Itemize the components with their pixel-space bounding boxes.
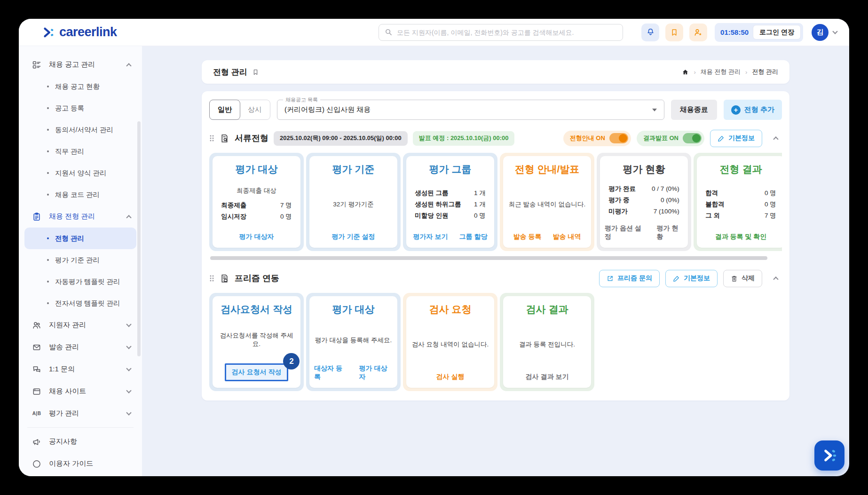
sidebar-item-user-guide[interactable]: 이용자 가이드 [19,453,142,475]
sidebar-item-consent-management[interactable]: 동의서/서약서 관리 [19,119,142,141]
stage2-delete-button[interactable]: 삭제 [723,270,762,287]
add-stage-button[interactable]: + 전형 추가 [724,100,782,120]
profile-chevron-down-icon[interactable] [832,29,837,34]
account-button[interactable] [689,24,707,41]
bookmarks-button[interactable] [665,24,683,41]
card-stage-result: 전형 결과 합격0 명 불합격0 명 그 외7 명 결과 등록 및 확인 [694,153,782,251]
ab-test-icon: A|B [32,411,42,416]
sidebar-scrollbar[interactable] [137,121,141,356]
sidebar-item-process-management[interactable]: 전형 관리 [24,228,136,249]
home-icon[interactable] [682,69,689,76]
sidebar-group-recruit-site[interactable]: 채용 사이트 [19,380,142,402]
sidebar-item-eval-criteria[interactable]: 평가 기준 관리 [19,249,142,271]
page-bookmark-icon[interactable] [252,69,259,76]
breadcrumb-item-current: 전형 관리 [752,68,778,76]
sidebar-item-auto-eval-template[interactable]: 자동평가 템플릿 관리 [19,271,142,292]
toggle-general[interactable]: 일반 [209,100,240,120]
sidebar-group-inquiry[interactable]: 1:1 문의 [19,358,142,380]
sidebar-item-label: 채용 공고 현황 [55,82,100,91]
stage1-header: 서류전형 2025.10.02(목) 09:00 - 2025.10.05(일)… [209,127,782,149]
sidebar-item-esign-template[interactable]: 전자서명 템플릿 관리 [19,292,142,314]
pencil-icon [718,135,725,142]
card-eval-group: 평가 그룹 생성된 그룹1 개 생성된 하위그룹1 개 미할당 인원0 명 평가… [403,153,497,251]
avatar[interactable]: 김 [812,24,829,41]
posting-select[interactable]: 채용공고 목록 (커리어링크) 신입사원 채용 [277,100,664,120]
stat-row: 미할당 인원0 명 [415,210,485,221]
send-history-link[interactable]: 발송 내역 [553,233,581,241]
sidebar-group-job-postings[interactable]: 채용 공고 관리 [19,54,142,76]
send-register-link[interactable]: 발송 등록 [513,233,542,241]
search-input[interactable] [397,29,617,36]
drag-handle-icon[interactable] [209,275,214,282]
sidebar-item-posting-register[interactable]: 공고 등록 [19,97,142,119]
app-window: careerlink [19,19,849,476]
horizontal-scrollbar[interactable] [210,256,767,260]
stage1-announce-chip: 발표 예정 : 2025.10.10(금) 00:00 [413,131,515,146]
test-result-view-link[interactable]: 검사 결과 보기 [526,373,569,381]
careerlink-floating-button[interactable] [814,440,844,471]
careerlink-logo-icon [41,25,55,39]
card-eval-criteria: 평가 기준 32기 평가기준 평가 기준 설정 [306,153,401,251]
stage2-collapse-button[interactable] [770,275,782,281]
eval-option-link[interactable]: 평가 옵션 설정 [605,224,646,241]
search-icon [385,28,393,36]
global-search[interactable] [379,24,623,41]
eval-target-link[interactable]: 평가 대상자 [359,364,393,381]
sidebar-group-label: 채용 전형 관리 [49,212,95,221]
sidebar-item-label: 이용자 가이드 [49,459,93,468]
chevron-down-icon [126,388,131,393]
careerlink-logo[interactable]: careerlink [41,25,117,39]
login-extend-button[interactable]: 로그인 연장 [753,25,801,39]
stage1-collapse-button[interactable] [770,135,782,141]
annotation-step-badge: 2 [283,353,300,369]
toggle-always[interactable]: 상시 [240,100,270,119]
sidebar-group-evaluation[interactable]: A|B 평가 관리 [19,402,142,424]
target-register-link[interactable]: 대상자 등록 [314,364,348,381]
stat-row: 그 외7 명 [705,210,776,221]
careerlink-mark-icon [821,447,838,464]
bullet-icon [47,259,49,261]
eval-criteria-link[interactable]: 평가 기준 설정 [332,233,375,241]
notifications-button[interactable] [641,24,659,41]
card-title: 평가 대상 [332,303,375,316]
eval-target-link[interactable]: 평가 대상자 [239,233,274,241]
posting-select-value: (커리어링크) 신입사원 채용 [284,105,371,114]
add-stage-label: 전형 추가 [744,105,774,114]
result-toggle-switch[interactable] [683,133,702,143]
person-star-icon [694,28,703,37]
chevron-down-icon [126,344,131,349]
sidebar-item-label: 직무 관리 [55,147,84,156]
chevron-down-icon [126,410,131,415]
test-run-link[interactable]: 검사 실행 [436,373,465,381]
eval-status-link[interactable]: 평가 현황 [657,224,683,241]
group-assign-link[interactable]: 그룹 할당 [459,233,488,241]
drag-handle-icon[interactable] [209,134,214,142]
sidebar-item-notices[interactable]: 공지사항 [19,431,142,453]
sidebar-item-posting-status[interactable]: 채용 공고 현황 [19,76,142,97]
card-body: 32기 평가기준 [333,200,373,209]
bullet-icon [47,150,49,152]
stat-row: 미평가7 (100%) [608,206,679,217]
sidebar-item-job-management[interactable]: 직무 관리 [19,141,142,162]
stage2-delete-label: 삭제 [742,274,755,283]
sidebar-group-recruit-process[interactable]: 채용 전형 관리 [19,205,142,228]
sidebar-item-application-form[interactable]: 지원서 양식 관리 [19,162,142,184]
test-request-write-link[interactable]: 검사 요청서 작성 [232,368,282,376]
stage2-info-button[interactable]: 기본정보 [665,270,718,287]
guide-toggle-switch[interactable] [609,133,628,143]
result-register-link[interactable]: 결과 등록 및 확인 [715,233,767,241]
sidebar-item-recruit-code[interactable]: 채용 코드 관리 [19,184,142,205]
end-recruit-button[interactable]: 채용종료 [671,100,717,120]
stage1-info-button[interactable]: 기본정보 [710,130,762,147]
breadcrumb-item[interactable]: 채용 전형 관리 [701,68,741,76]
card-stage-announce: 전형 안내/발표 최근 발송 내역이 없습니다. 발송 등록 발송 내역 [500,153,594,251]
posting-select-label: 채용공고 목록 [283,96,320,103]
sidebar-item-label: 동의서/서약서 관리 [55,126,113,134]
sidebar-group-sending[interactable]: 발송 관리 [19,336,142,358]
prism-inquiry-button[interactable]: 프리즘 문의 [599,270,660,287]
evaluator-view-link[interactable]: 평가자 보기 [413,233,448,241]
sidebar-group-applicants[interactable]: 지원자 관리 [19,314,142,336]
sidebar-group-label: 평가 관리 [49,409,79,418]
chevron-down-icon [126,366,131,371]
bullet-icon [47,237,49,239]
